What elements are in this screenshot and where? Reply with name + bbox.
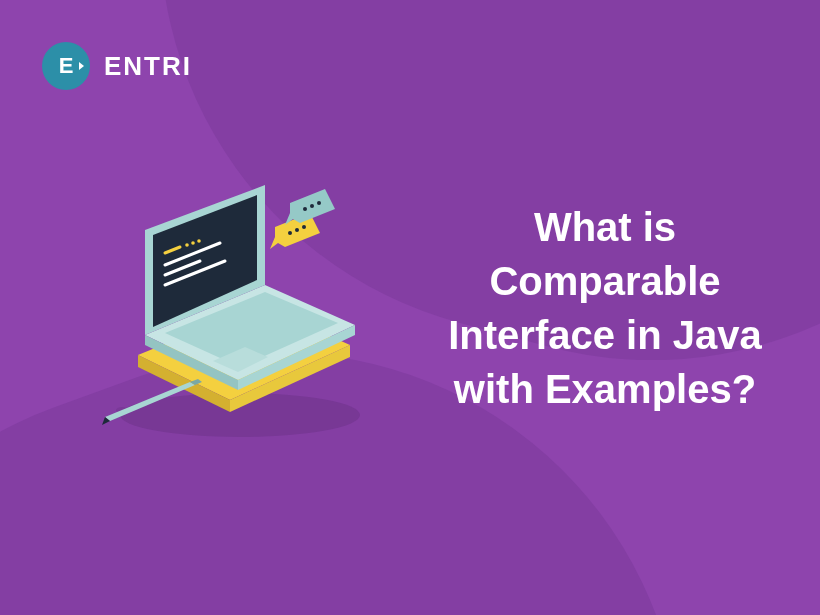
svg-point-23 [303, 207, 307, 211]
svg-point-24 [310, 204, 314, 208]
logo-letter: E [59, 53, 74, 79]
svg-point-25 [317, 201, 321, 205]
svg-point-13 [191, 241, 195, 245]
logo-badge-icon: E [42, 42, 90, 90]
page-title: What is Comparable Interface in Java wit… [430, 200, 780, 416]
logo-wordmark: ENTRI [104, 51, 192, 82]
laptop-illustration [90, 185, 390, 445]
svg-point-12 [185, 243, 189, 247]
svg-point-19 [288, 231, 292, 235]
svg-point-14 [197, 239, 201, 243]
svg-point-20 [295, 228, 299, 232]
svg-point-21 [302, 225, 306, 229]
brand-logo: E ENTRI [42, 42, 192, 90]
